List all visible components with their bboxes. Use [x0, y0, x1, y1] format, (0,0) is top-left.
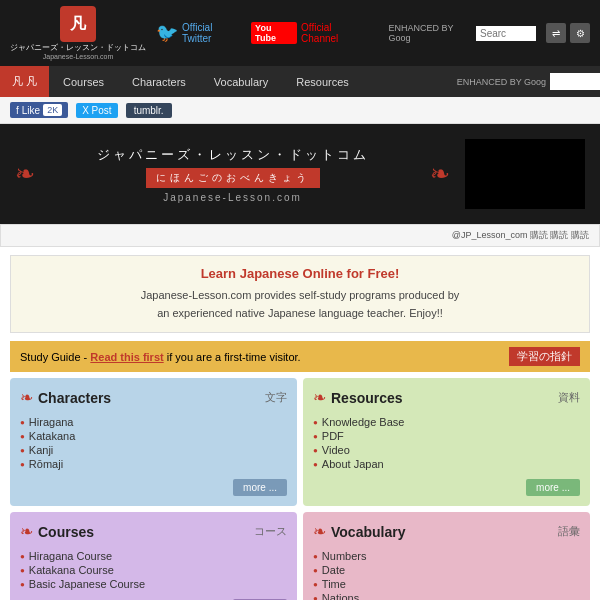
xpost-label: X Post: [82, 105, 111, 116]
vocabulary-card: ❧ Vocabulary 語彙 ●Numbers ●Date ●Time ●Na…: [303, 512, 590, 600]
fb-count: 2K: [43, 104, 62, 116]
list-item: ●Hiragana Course: [20, 549, 287, 563]
bullet-icon: ●: [20, 446, 25, 455]
characters-title: Characters: [38, 390, 111, 406]
header-icon-group: ⇌ ⚙: [546, 23, 590, 43]
resources-list: ●Knowledge Base ●PDF ●Video ●About Japan: [313, 415, 580, 471]
banner-cloud-left: ❧: [15, 160, 35, 188]
youtube-icon: You Tube: [251, 22, 297, 44]
social-bar: f Like 2K X Post tumblr.: [0, 97, 600, 124]
header: 凡 ジャパニーズ・レッスン・ドットコム Japanese-Lesson.com …: [0, 0, 600, 66]
study-bar-label: Study Guide -: [20, 351, 90, 363]
tumblr-button[interactable]: tumblr.: [126, 103, 172, 118]
characters-list: ●Hiragana ●Katakana ●Kanji ●Rōmaji: [20, 415, 287, 471]
vocabulary-list: ●Numbers ●Date ●Time ●Nations: [313, 549, 580, 600]
list-item: ●Hiragana: [20, 415, 287, 429]
list-item: ●Time: [313, 577, 580, 591]
list-item: ●Video: [313, 443, 580, 457]
characters-card: ❧ Characters 文字 ●Hiragana ●Katakana ●Kan…: [10, 378, 297, 506]
banner-jp-title: ジャパニーズ・レッスン・ドットコム: [35, 146, 430, 164]
nav-resources[interactable]: Resources: [282, 68, 363, 96]
banner-url: Japanese-Lesson.com: [35, 192, 430, 203]
list-item: ●Katakana Course: [20, 563, 287, 577]
list-item: ●Date: [313, 563, 580, 577]
twitter-link[interactable]: 🐦 Official Twitter: [156, 22, 241, 44]
courses-card: ❧ Courses コース ●Hiragana Course ●Katakana…: [10, 512, 297, 600]
banner-center: ジャパニーズ・レッスン・ドットコム にほんごのおべんきょう Japanese-L…: [35, 146, 430, 203]
vocabulary-jp-label: 語彙: [558, 524, 580, 539]
twitter-icon: 🐦: [156, 22, 178, 44]
bullet-icon: ●: [313, 418, 318, 427]
bullet-icon: ●: [20, 418, 25, 427]
nav-enhanced-label: ENHANCED BY Goog: [453, 77, 550, 87]
vocabulary-cloud-icon: ❧: [313, 522, 326, 541]
characters-cloud-icon: ❧: [20, 388, 33, 407]
tumblr-label: tumblr.: [134, 105, 164, 116]
card-title-group: ❧ Vocabulary: [313, 522, 405, 541]
bullet-icon: ●: [313, 446, 318, 455]
bullet-icon: ●: [313, 594, 318, 600]
card-vocabulary-header: ❧ Vocabulary 語彙: [313, 522, 580, 541]
fb-icon: f: [16, 105, 19, 116]
bullet-icon: ●: [313, 552, 318, 561]
card-resources-header: ❧ Resources 資料: [313, 388, 580, 407]
search-input[interactable]: [476, 26, 536, 41]
rss-icon[interactable]: ⇌: [546, 23, 566, 43]
resources-more-button[interactable]: more ...: [526, 479, 580, 496]
resources-title: Resources: [331, 390, 403, 406]
list-item: ●Basic Japanese Course: [20, 577, 287, 591]
bullet-icon: ●: [313, 432, 318, 441]
logo-name-en: Japanese-Lesson.com: [43, 53, 113, 60]
bullet-icon: ●: [20, 432, 25, 441]
bullet-icon: ●: [20, 460, 25, 469]
bullet-icon: ●: [313, 580, 318, 589]
nav-characters[interactable]: Characters: [118, 68, 200, 96]
main-grid: ❧ Characters 文字 ●Hiragana ●Katakana ●Kan…: [10, 378, 590, 600]
courses-list: ●Hiragana Course ●Katakana Course ●Basic…: [20, 549, 287, 591]
facebook-like-button[interactable]: f Like 2K: [10, 102, 68, 118]
list-item: ●Katakana: [20, 429, 287, 443]
card-title-group: ❧ Characters: [20, 388, 111, 407]
twitter-widget-text: @JP_Lesson_com 購読 購読 購読: [452, 230, 589, 240]
study-bar-suffix: if you are a first-time visitor.: [167, 351, 301, 363]
xpost-button[interactable]: X Post: [76, 103, 117, 118]
twitter-widget: @JP_Lesson_com 購読 購読 購読: [0, 224, 600, 247]
list-item: ●Kanji: [20, 443, 287, 457]
bullet-icon: ●: [20, 552, 25, 561]
nav-home-label: 凡 凡: [12, 74, 37, 89]
study-guide-bar: Study Guide - Read this first if you are…: [10, 341, 590, 372]
nav-home[interactable]: 凡 凡: [0, 66, 49, 97]
banner-cloud-right: ❧: [430, 160, 450, 188]
bullet-icon: ●: [313, 460, 318, 469]
intro-text-line2: an experienced native Japanese language …: [21, 305, 579, 323]
youtube-label: Official Channel: [301, 22, 368, 44]
list-item: ●PDF: [313, 429, 580, 443]
characters-more-button[interactable]: more ...: [233, 479, 287, 496]
nav-courses[interactable]: Courses: [49, 68, 118, 96]
site-logo[interactable]: 凡 ジャパニーズ・レッスン・ドットコム Japanese-Lesson.com: [10, 6, 146, 60]
banner-subtitle: にほんごのおべんきょう: [146, 168, 320, 188]
characters-jp-label: 文字: [265, 390, 287, 405]
study-guide-link[interactable]: Read this first: [90, 351, 163, 363]
card-characters-header: ❧ Characters 文字: [20, 388, 287, 407]
settings-icon[interactable]: ⚙: [570, 23, 590, 43]
main-nav: 凡 凡 Courses Characters Vocabulary Resour…: [0, 66, 600, 97]
intro-text-line1: Japanese-Lesson.com provides self-study …: [21, 287, 579, 305]
card-title-group: ❧ Resources: [313, 388, 403, 407]
list-item: ●Numbers: [313, 549, 580, 563]
bullet-icon: ●: [20, 580, 25, 589]
intro-title: Learn Japanese Online for Free!: [21, 266, 579, 281]
enhanced-label: ENHANCED BY Goog: [388, 23, 472, 43]
bullet-icon: ●: [313, 566, 318, 575]
nav-vocabulary[interactable]: Vocabulary: [200, 68, 282, 96]
courses-cloud-icon: ❧: [20, 522, 33, 541]
bullet-icon: ●: [20, 566, 25, 575]
list-item: ●About Japan: [313, 457, 580, 471]
nav-search-input[interactable]: [550, 73, 600, 90]
resources-card: ❧ Resources 資料 ●Knowledge Base ●PDF ●Vid…: [303, 378, 590, 506]
intro-section: Learn Japanese Online for Free! Japanese…: [10, 255, 590, 333]
study-bar-jp-label: 学習の指針: [509, 347, 580, 366]
youtube-link[interactable]: You Tube Official Channel: [251, 22, 368, 44]
banner-video-placeholder: [465, 139, 585, 209]
courses-title: Courses: [38, 524, 94, 540]
